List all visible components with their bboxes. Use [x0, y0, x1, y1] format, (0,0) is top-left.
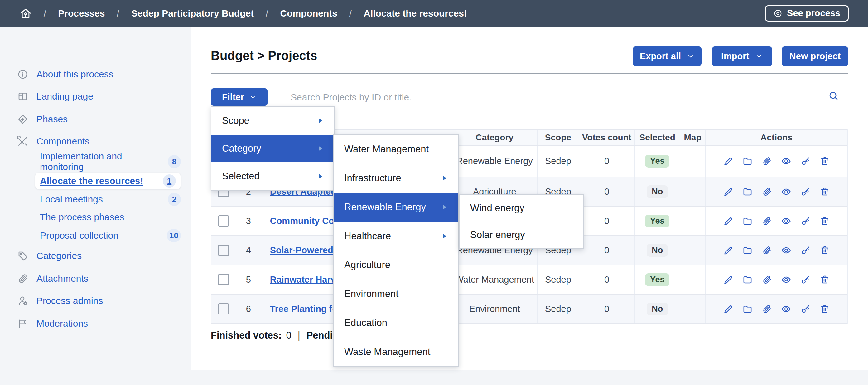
sidebar-item-phases[interactable]: Phases: [17, 112, 181, 126]
delete-icon[interactable]: [820, 186, 830, 197]
breadcrumb-components[interactable]: Components: [280, 8, 337, 19]
target-icon: [773, 9, 782, 18]
edit-icon[interactable]: [723, 274, 733, 285]
menu-item-label: Waste Management: [344, 346, 430, 358]
delete-icon[interactable]: [820, 216, 830, 226]
sidebar-item-components[interactable]: Components: [17, 135, 181, 148]
attachments-icon[interactable]: [762, 245, 772, 256]
row-checkbox[interactable]: [218, 215, 229, 227]
sidebar-item-process-admins[interactable]: Process admins: [17, 294, 181, 307]
permissions-key-icon[interactable]: [800, 156, 811, 166]
folder-icon[interactable]: [742, 156, 753, 166]
category-wind-energy[interactable]: Wind energy: [460, 195, 583, 221]
breadcrumb-processes[interactable]: Processes: [58, 8, 105, 19]
filter-menu-selected[interactable]: Selected: [211, 162, 334, 190]
attachments-icon[interactable]: [762, 156, 772, 166]
row-votes: 0: [579, 146, 635, 177]
permissions-key-icon[interactable]: [800, 245, 811, 256]
delete-icon[interactable]: [820, 156, 830, 166]
delete-icon[interactable]: [820, 274, 830, 285]
project-title-link[interactable]: Rainwater Harve: [270, 274, 341, 285]
edit-icon[interactable]: [723, 186, 733, 197]
import-button[interactable]: Import: [712, 47, 772, 66]
preview-icon[interactable]: [781, 186, 791, 197]
attachments-icon[interactable]: [762, 216, 772, 226]
folder-icon[interactable]: [742, 245, 753, 256]
preview-icon[interactable]: [781, 156, 791, 166]
category-waste-management[interactable]: Waste Management: [334, 337, 458, 366]
sidebar-item-about[interactable]: About this process: [17, 67, 181, 81]
sidebar-item-label: Phases: [36, 114, 68, 124]
category-infrastructure[interactable]: Infrastructure: [334, 164, 458, 193]
attachments-icon[interactable]: [762, 274, 772, 285]
folder-icon[interactable]: [742, 274, 753, 285]
new-project-button[interactable]: New project: [782, 47, 848, 66]
breadcrumb-current[interactable]: Allocate the resources!: [364, 8, 467, 19]
preview-icon[interactable]: [781, 216, 791, 226]
row-map: [680, 207, 706, 235]
category-education[interactable]: Education: [334, 308, 458, 337]
folder-icon[interactable]: [742, 186, 753, 197]
import-label: Import: [721, 51, 749, 61]
home-icon[interactable]: [19, 7, 32, 20]
see-process-button[interactable]: See process: [765, 5, 849, 22]
project-title-link[interactable]: Tree Planting fo: [270, 304, 338, 314]
search-icon[interactable]: [828, 90, 839, 101]
category-water-management[interactable]: Water Management: [334, 135, 458, 164]
folder-icon[interactable]: [742, 304, 753, 314]
breadcrumb-separator: /: [44, 8, 46, 19]
category-renewable-energy[interactable]: Renewable Energy: [334, 193, 458, 222]
row-actions: [706, 146, 847, 177]
edit-icon[interactable]: [723, 304, 733, 314]
edit-icon[interactable]: [723, 156, 733, 166]
delete-icon[interactable]: [820, 304, 830, 314]
breadcrumb: / Processes / Sedep Participatory Budget…: [19, 7, 467, 20]
topbar: / Processes / Sedep Participatory Budget…: [0, 0, 868, 27]
row-checkbox[interactable]: [218, 245, 229, 256]
filter-menu-category[interactable]: Category: [211, 135, 334, 162]
header-selected: Selected: [635, 130, 680, 145]
permissions-key-icon[interactable]: [800, 304, 811, 314]
sidebar-item-moderations[interactable]: Moderations: [17, 317, 181, 330]
edit-icon[interactable]: [723, 216, 733, 226]
sidebar-item-categories[interactable]: Categories: [17, 249, 181, 263]
category-agriculture[interactable]: Agriculture: [334, 250, 458, 279]
tag-icon: [17, 250, 28, 262]
row-checkbox[interactable]: [218, 303, 229, 315]
category-healthcare[interactable]: Healthcare: [334, 221, 458, 250]
tools-icon: [17, 136, 28, 147]
row-votes: 0: [579, 236, 635, 265]
permissions-key-icon[interactable]: [800, 186, 811, 197]
preview-icon[interactable]: [781, 245, 791, 256]
sidebar-item-allocate-resources[interactable]: Allocate the resources! 1: [35, 173, 181, 189]
breadcrumb-process-name[interactable]: Sedep Participatory Budget: [131, 8, 254, 19]
sidebar-item-landing-page[interactable]: Landing page: [17, 90, 181, 103]
permissions-key-icon[interactable]: [800, 274, 811, 285]
search-input[interactable]: [290, 88, 806, 107]
export-all-button[interactable]: Export all: [633, 47, 702, 66]
preview-icon[interactable]: [781, 274, 791, 285]
export-all-label: Export all: [640, 51, 681, 61]
folder-icon[interactable]: [742, 216, 753, 226]
sidebar-item-attachments[interactable]: Attachments: [17, 272, 181, 286]
attachments-icon[interactable]: [762, 186, 772, 197]
sidebar-item-proposal-collection[interactable]: Proposal collection 10: [40, 229, 181, 242]
attachments-icon[interactable]: [762, 304, 772, 314]
category-environment[interactable]: Environment: [334, 279, 458, 308]
row-scope: Sedep: [537, 146, 579, 177]
sidebar-item-local-meetings[interactable]: Local meetings 2: [40, 192, 181, 206]
sidebar-item-label: Process admins: [36, 295, 103, 306]
row-checkbox[interactable]: [218, 274, 229, 285]
filter-button[interactable]: Filter: [211, 88, 268, 106]
permissions-key-icon[interactable]: [800, 216, 811, 226]
category-solar-energy[interactable]: Solar energy: [460, 221, 583, 248]
filter-menu-scope[interactable]: Scope: [211, 107, 334, 135]
sidebar-item-implementation-monitoring[interactable]: Implementation and monitoring 8: [40, 155, 181, 169]
project-title-link[interactable]: Community Con: [270, 216, 340, 226]
preview-icon[interactable]: [781, 304, 791, 314]
sidebar-item-process-phases[interactable]: The process phases: [40, 210, 181, 224]
edit-icon[interactable]: [723, 245, 733, 256]
sidebar-item-label: Components: [36, 136, 90, 147]
delete-icon[interactable]: [820, 245, 830, 256]
project-title-link[interactable]: Solar-Powered S: [270, 245, 342, 256]
